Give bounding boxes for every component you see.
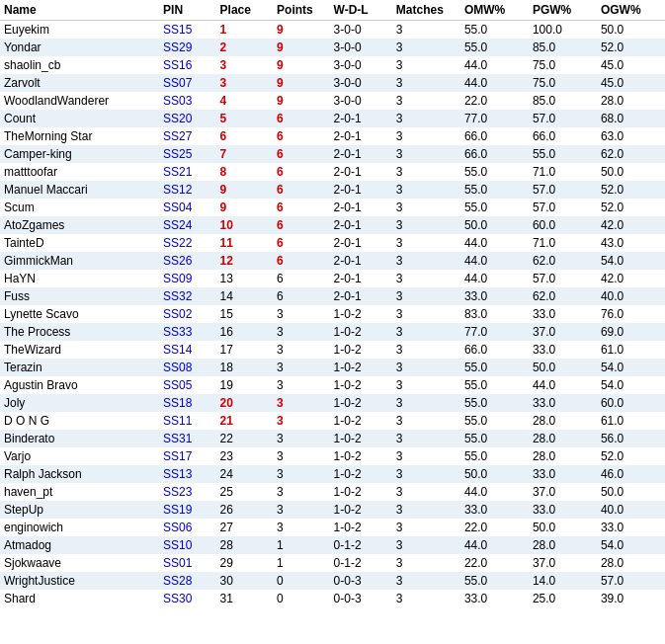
table-row: haven_pt SS23 25 3 1-0-2 3 44.0 37.0 50.… [0,483,665,501]
cell-pgw: 85.0 [529,92,597,110]
cell-pin: SS06 [159,519,216,536]
header-place: Place [216,0,274,21]
cell-name: enginowich [0,519,159,536]
cell-name: Shard [0,590,159,607]
cell-pin: SS16 [159,56,216,74]
cell-ogw: 45.0 [597,56,665,74]
cell-wdl: 2-0-1 [330,110,392,127]
cell-points: 0 [273,590,330,607]
cell-ogw: 60.0 [597,394,665,412]
cell-omw: 55.0 [460,163,529,181]
cell-points: 6 [273,270,330,287]
cell-points: 9 [273,21,330,40]
cell-pin: SS08 [159,359,216,376]
cell-wdl: 0-1-2 [330,536,392,554]
table-row: Yondar SS29 2 9 3-0-0 3 55.0 85.0 52.0 [0,39,665,56]
table-row: StepUp SS19 26 3 1-0-2 3 33.0 33.0 40.0 [0,501,665,519]
cell-pgw: 57.0 [529,110,597,127]
cell-matches: 3 [392,252,460,270]
cell-points: 6 [273,145,330,163]
cell-points: 9 [273,74,330,92]
cell-name: Ralph Jackson [0,465,159,483]
cell-ogw: 56.0 [597,430,665,447]
cell-omw: 22.0 [460,554,529,572]
table-row: Joly SS18 20 3 1-0-2 3 55.0 33.0 60.0 [0,394,665,412]
cell-wdl: 1-0-2 [330,376,392,394]
cell-wdl: 2-0-1 [330,199,392,216]
cell-name: TheMorning Star [0,127,159,145]
header-name: Name [0,0,159,21]
table-row: matttoofar SS21 8 6 2-0-1 3 55.0 71.0 50… [0,163,665,181]
cell-pin: SS13 [159,465,216,483]
cell-place: 8 [216,163,274,181]
cell-points: 3 [273,430,330,447]
cell-place: 13 [216,270,274,287]
table-row: The Process SS33 16 3 1-0-2 3 77.0 37.0 … [0,323,665,341]
cell-ogw: 28.0 [597,554,665,572]
cell-place: 21 [216,412,274,430]
cell-wdl: 1-0-2 [330,394,392,412]
cell-pgw: 28.0 [529,536,597,554]
cell-pin: SS03 [159,92,216,110]
cell-pgw: 66.0 [529,127,597,145]
cell-pin: SS05 [159,376,216,394]
cell-place: 1 [216,21,274,40]
cell-place: 30 [216,572,274,590]
table-row: Manuel Maccari SS12 9 6 2-0-1 3 55.0 57.… [0,181,665,199]
cell-name: Zarvolt [0,74,159,92]
cell-ogw: 68.0 [597,110,665,127]
cell-wdl: 1-0-2 [330,430,392,447]
cell-pin: SS27 [159,127,216,145]
cell-place: 16 [216,323,274,341]
table-row: Atmadog SS10 28 1 0-1-2 3 44.0 28.0 54.0 [0,536,665,554]
table-row: Scum SS04 9 6 2-0-1 3 55.0 57.0 52.0 [0,199,665,216]
cell-points: 6 [273,163,330,181]
table-row: Agustin Bravo SS05 19 3 1-0-2 3 55.0 44.… [0,376,665,394]
cell-points: 6 [273,181,330,199]
cell-omw: 55.0 [460,181,529,199]
cell-pgw: 55.0 [529,145,597,163]
cell-omw: 44.0 [460,74,529,92]
cell-ogw: 46.0 [597,465,665,483]
cell-place: 22 [216,430,274,447]
cell-ogw: 52.0 [597,181,665,199]
cell-pgw: 28.0 [529,447,597,465]
cell-points: 3 [273,412,330,430]
cell-pin: SS12 [159,181,216,199]
cell-points: 3 [273,359,330,376]
cell-matches: 3 [392,163,460,181]
table-row: Terazin SS08 18 3 1-0-2 3 55.0 50.0 54.0 [0,359,665,376]
cell-matches: 3 [392,74,460,92]
cell-place: 18 [216,359,274,376]
cell-place: 28 [216,536,274,554]
cell-name: Agustin Bravo [0,376,159,394]
cell-ogw: 61.0 [597,412,665,430]
cell-name: Fuss [0,287,159,305]
cell-pin: SS07 [159,74,216,92]
cell-pgw: 33.0 [529,465,597,483]
cell-points: 0 [273,572,330,590]
cell-wdl: 1-0-2 [330,447,392,465]
cell-matches: 3 [392,447,460,465]
cell-ogw: 40.0 [597,501,665,519]
table-row: Euyekim SS15 1 9 3-0-0 3 55.0 100.0 50.0 [0,21,665,40]
cell-pin: SS19 [159,501,216,519]
cell-pgw: 14.0 [529,572,597,590]
cell-wdl: 1-0-2 [330,483,392,501]
cell-ogw: 69.0 [597,323,665,341]
cell-omw: 55.0 [460,199,529,216]
cell-ogw: 63.0 [597,127,665,145]
table-row: HaYN SS09 13 6 2-0-1 3 44.0 57.0 42.0 [0,270,665,287]
cell-place: 17 [216,341,274,359]
cell-name: shaolin_cb [0,56,159,74]
cell-name: StepUp [0,501,159,519]
cell-matches: 3 [392,56,460,74]
cell-place: 25 [216,483,274,501]
cell-points: 6 [273,252,330,270]
cell-matches: 3 [392,341,460,359]
header-matches: Matches [392,0,460,21]
cell-ogw: 50.0 [597,483,665,501]
header-row: Name PIN Place Points W-D-L Matches OMW%… [0,0,665,21]
table-row: TainteD SS22 11 6 2-0-1 3 44.0 71.0 43.0 [0,234,665,252]
cell-pgw: 33.0 [529,341,597,359]
